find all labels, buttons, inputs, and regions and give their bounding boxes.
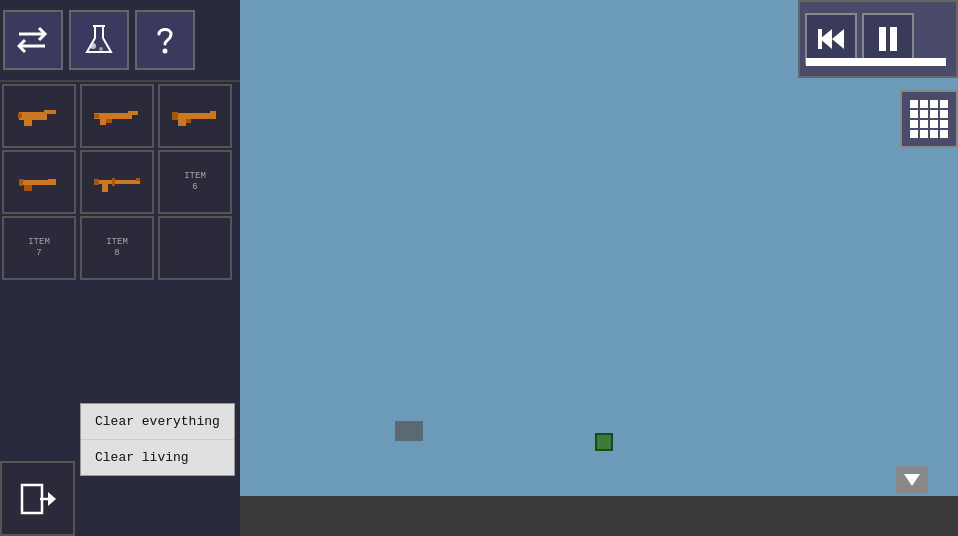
svg-rect-17 [186, 119, 191, 123]
svg-marker-36 [48, 492, 56, 506]
svg-rect-15 [178, 119, 186, 126]
svg-point-1 [90, 43, 96, 49]
svg-point-2 [99, 47, 103, 51]
ground-figure [395, 421, 423, 441]
svg-rect-32 [890, 27, 897, 51]
game-area [240, 0, 958, 496]
pistol-icon [14, 104, 64, 128]
pause-icon [876, 25, 900, 53]
item-cell-8[interactable]: ITEM8 [80, 216, 154, 280]
swap-button[interactable] [3, 10, 63, 70]
item-cell-3[interactable] [158, 84, 232, 148]
svg-rect-10 [100, 119, 106, 125]
svg-rect-26 [94, 179, 99, 185]
svg-rect-22 [19, 179, 23, 186]
item-cell-1[interactable] [2, 84, 76, 148]
item-cell-5[interactable] [80, 150, 154, 214]
shotgun-icon [14, 170, 64, 194]
ground [240, 496, 958, 536]
smg-icon [92, 104, 142, 128]
svg-rect-21 [24, 185, 32, 191]
svg-rect-23 [94, 180, 140, 184]
svg-rect-14 [210, 111, 216, 115]
svg-rect-20 [48, 182, 56, 185]
svg-marker-33 [904, 474, 920, 486]
item-cell-2[interactable] [80, 84, 154, 148]
svg-rect-13 [172, 113, 216, 119]
svg-rect-5 [44, 110, 56, 114]
svg-rect-9 [128, 111, 138, 115]
grid-toggle-button[interactable] [900, 90, 958, 148]
svg-rect-34 [22, 485, 42, 513]
svg-rect-6 [24, 120, 32, 126]
svg-rect-4 [19, 112, 47, 120]
rewind-icon [816, 27, 846, 51]
progress-bar [806, 58, 946, 66]
top-right-controls [798, 0, 958, 78]
svg-rect-24 [136, 178, 140, 181]
svg-rect-19 [48, 179, 56, 182]
exit-button[interactable] [0, 461, 75, 536]
svg-marker-28 [832, 29, 844, 49]
flask-button[interactable] [69, 10, 129, 70]
sniper-icon [92, 170, 142, 194]
bottom-right-icon [896, 466, 928, 494]
clear-everything-button[interactable]: Clear everything [81, 404, 234, 440]
down-arrow-icon [902, 472, 922, 488]
swap-icon [17, 26, 49, 54]
weapon-text-icon-3: ITEM8 [106, 237, 128, 259]
weapon-text-icon-2: ITEM7 [28, 237, 50, 259]
svg-rect-7 [18, 113, 22, 118]
item-cell-4[interactable] [2, 150, 76, 214]
svg-rect-8 [94, 113, 132, 119]
grid-icon [910, 100, 948, 138]
help-icon [151, 24, 179, 56]
item-cell-9[interactable] [158, 216, 232, 280]
weapon-text-icon: ITEM6 [184, 171, 206, 193]
svg-point-3 [163, 49, 168, 54]
rifle-icon [170, 104, 220, 128]
svg-rect-11 [106, 119, 112, 123]
svg-rect-25 [102, 184, 108, 192]
item-cell-6[interactable]: ITEM6 [158, 150, 232, 214]
toolbar [0, 0, 240, 82]
green-entity [595, 433, 613, 451]
clear-living-button[interactable]: Clear living [81, 440, 234, 475]
svg-rect-27 [112, 178, 115, 186]
svg-rect-31 [879, 27, 886, 51]
context-menu: Clear everything Clear living [80, 403, 235, 476]
help-button[interactable] [135, 10, 195, 70]
svg-rect-12 [94, 114, 99, 118]
svg-rect-30 [818, 29, 822, 49]
item-cell-7[interactable]: ITEM7 [2, 216, 76, 280]
items-grid: ITEM6 ITEM7 ITEM8 [0, 82, 240, 282]
svg-rect-16 [172, 112, 178, 120]
svg-rect-18 [19, 180, 51, 185]
flask-icon [85, 24, 113, 56]
exit-icon [18, 481, 58, 517]
